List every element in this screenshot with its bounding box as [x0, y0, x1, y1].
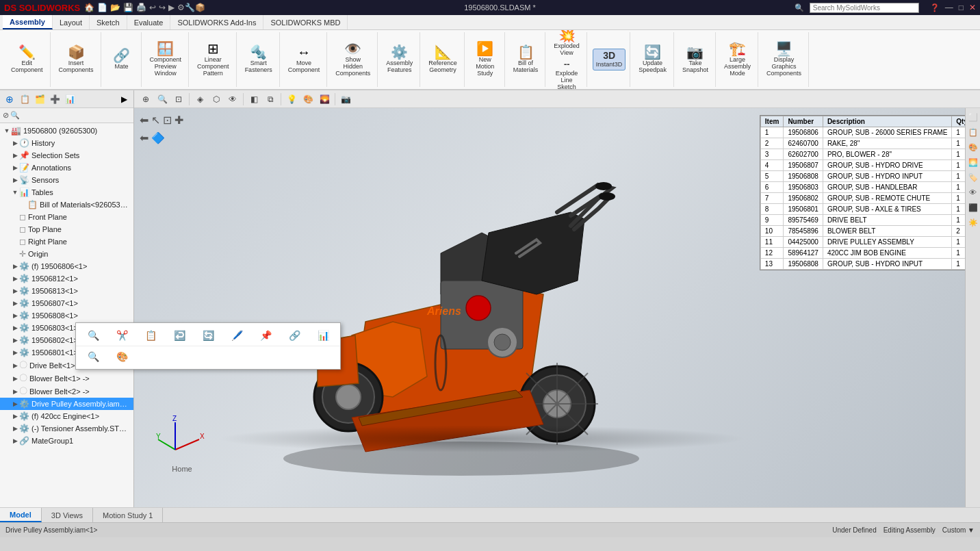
- redo-btn[interactable]: ↪: [159, 3, 166, 12]
- tab-assembly[interactable]: Assembly: [3, 15, 53, 29]
- bom-row-9[interactable]: 9 89575469 DRIVE BELT 1: [760, 215, 972, 226]
- ctx-zoom-btn[interactable]: 🔍: [80, 328, 106, 343]
- arrow-btn[interactable]: ▶: [168, 3, 175, 12]
- view-fit-btn[interactable]: ⊡: [171, 92, 186, 107]
- blower-belt1-expander[interactable]: ▶: [11, 374, 19, 383]
- feature-manager-btn[interactable]: ⊕: [3, 92, 16, 106]
- view-render-btn[interactable]: 🎨: [300, 92, 315, 107]
- component-preview-btn[interactable]: 🪟 ComponentPreviewWindow: [147, 40, 185, 79]
- ctx-edit-btn[interactable]: 🖊️: [224, 328, 250, 343]
- update-speedpak-btn[interactable]: 🔄 UpdateSpeedpak: [636, 44, 669, 75]
- tree-front-plane[interactable]: ◻ Front Plane: [0, 211, 133, 223]
- mate-btn[interactable]: 🔗 Mate: [107, 47, 137, 72]
- tab-mbd[interactable]: SOLIDWORKS MBD: [263, 15, 348, 29]
- tree-blower-belt2[interactable]: ▶ 〇 Blower Belt<2> ->: [0, 385, 133, 398]
- comp4-expander[interactable]: ▶: [11, 299, 19, 307]
- tree-sensors[interactable]: ▶ 📡 Sensors: [0, 174, 133, 186]
- smart-mode-btn[interactable]: ✚: [175, 114, 183, 127]
- expand-panel-btn[interactable]: ▶: [117, 92, 131, 106]
- home-btn[interactable]: 🏠: [84, 3, 94, 12]
- bom-row-7[interactable]: 7 19506802 GROUP, SUB - REMOTE CHUTE 1: [760, 193, 972, 204]
- tab-evaluate[interactable]: Evaluate: [127, 15, 171, 29]
- show-hidden-btn[interactable]: 👁️ ShowHiddenComponents: [333, 40, 373, 79]
- bom-row-3[interactable]: 3 62602700 PRO, BLOWER - 28" 1: [760, 149, 972, 160]
- view-wireframe-btn[interactable]: ⬡: [209, 92, 224, 107]
- comp8-expander[interactable]: ▶: [11, 348, 19, 357]
- tree-top-plane[interactable]: ◻ Top Plane: [0, 223, 133, 235]
- units-display[interactable]: Custom ▼: [942, 526, 975, 534]
- linear-pattern-btn[interactable]: ⊞ LinearComponentPattern: [194, 40, 232, 79]
- bom-row-4[interactable]: 4 19506807 GROUP, SUB - HYDRO DRIVE 1: [760, 160, 972, 171]
- quick-access-toolbar[interactable]: 🏠 📄 📂 💾 🖨️ ↩ ↪ ▶ ⚙🔧📦: [84, 3, 205, 12]
- tree-drive-pulley[interactable]: ▶ ⚙️ Drive Pulley Assembly.iam<1>: [0, 398, 133, 410]
- bom-row-12[interactable]: 12 58964127 420CC JIM BOB ENGINE 1: [760, 248, 972, 259]
- root-expander[interactable]: ▼: [3, 127, 11, 135]
- large-assembly-btn[interactable]: 🏗️ LargeAssemblyMode: [721, 40, 753, 79]
- origin-expander[interactable]: [11, 250, 19, 258]
- prev-view-btn[interactable]: ⬅: [140, 114, 149, 127]
- ctx-pin-btn[interactable]: 📌: [253, 328, 279, 343]
- decals-btn[interactable]: 🏷️: [967, 171, 979, 183]
- bom-expander[interactable]: [19, 201, 27, 209]
- appearance-btn[interactable]: 🎨: [967, 141, 979, 153]
- view-orient-btn[interactable]: ⊕: [138, 92, 153, 107]
- tables-expander[interactable]: ▼: [11, 188, 19, 196]
- help-btn[interactable]: ❓: [930, 3, 940, 12]
- selection-sets-expander[interactable]: ▶: [11, 151, 19, 159]
- tree-annotations[interactable]: ▶ 📝 Annotations: [0, 162, 133, 174]
- tree-root[interactable]: ▼ 🏭 19506800 (92605300): [0, 125, 133, 137]
- tab-model[interactable]: Model: [0, 508, 42, 522]
- bom-row-1[interactable]: 1 19506806 GROUP, SUB - 26000 SERIES FRA…: [760, 127, 972, 138]
- search-input[interactable]: [810, 3, 919, 13]
- insert-components-btn[interactable]: 📦 InsertComponents: [56, 44, 96, 75]
- comp5-expander[interactable]: ▶: [11, 311, 19, 320]
- minimize-btn[interactable]: —: [945, 3, 953, 12]
- tree-comp3[interactable]: ▶ ⚙️ 19506813<1>: [0, 285, 133, 297]
- bom-row-8[interactable]: 8 19506801 GROUP, SUB - AXLE & TIRES 1: [760, 204, 972, 215]
- bom-row-13[interactable]: 13 19506808 GROUP, SUB - HYDRO INPUT 1: [760, 259, 972, 270]
- select-mode-btn[interactable]: ↖: [151, 114, 160, 127]
- display-manager-btn[interactable]: 📊: [63, 92, 77, 106]
- front-plane-expander[interactable]: [11, 213, 19, 221]
- ambient-btn[interactable]: ☀️: [967, 216, 979, 229]
- tree-right-plane[interactable]: ◻ Right Plane: [0, 235, 133, 248]
- tree-comp5[interactable]: ▶ ⚙️ 19506808<1>: [0, 309, 133, 322]
- mate-group-expander[interactable]: ▶: [11, 437, 19, 445]
- bill-of-materials-btn[interactable]: 📋 Bill ofMaterials: [511, 44, 541, 75]
- ctx-table-btn[interactable]: 📊: [310, 328, 336, 343]
- view-display-btn[interactable]: 📷: [338, 92, 353, 107]
- exploded-view-btn[interactable]: 💥 ExplodedView: [551, 30, 582, 58]
- annotations-expander[interactable]: ▶: [11, 164, 19, 172]
- tree-comp4[interactable]: ▶ ⚙️ 19506807<1>: [0, 297, 133, 309]
- assembly-features-btn[interactable]: ⚙️ AssemblyFeatures: [383, 44, 415, 75]
- reference-geometry-btn[interactable]: 📐 ReferenceGeometry: [426, 44, 460, 75]
- back-view-btn[interactable]: ⬅: [140, 131, 149, 144]
- tree-mate-group[interactable]: ▶ 🔗 MateGroup1: [0, 435, 133, 447]
- tree-tensioner[interactable]: ▶ ⚙️ (-) Tensioner Assembly.STEP<1>: [0, 422, 133, 435]
- ctx-paint-btn[interactable]: 🎨: [109, 349, 135, 364]
- view-section-btn[interactable]: ◧: [246, 92, 261, 107]
- ctx-refresh-btn[interactable]: 🔄: [195, 328, 221, 343]
- ctx-copy-btn[interactable]: 📋: [138, 328, 164, 343]
- print-btn[interactable]: 🖨️: [136, 3, 146, 12]
- view-perspective-btn[interactable]: ⧉: [263, 92, 278, 107]
- tree-comp1[interactable]: ▶ ⚙️ (f) 19506806<1>: [0, 260, 133, 272]
- edit-component-btn[interactable]: ✏️ EditComponent: [8, 44, 46, 75]
- view-scene-btn[interactable]: 🌄: [317, 92, 332, 107]
- tab-layout[interactable]: Layout: [53, 15, 90, 29]
- bom-row-2[interactable]: 2 62460700 RAKE, 28" 1: [760, 138, 972, 149]
- tree-origin[interactable]: ✛ Origin: [0, 248, 133, 260]
- property-manager-btn[interactable]: 📋: [18, 92, 31, 106]
- bom-row-10[interactable]: 10 78545896 BLOWER BELT 2: [760, 226, 972, 237]
- extra-tools[interactable]: ⚙🔧📦: [177, 3, 205, 12]
- display-state-btn[interactable]: 📋: [967, 126, 979, 138]
- ctx-search-btn[interactable]: 🔍: [80, 349, 106, 364]
- comp3-expander[interactable]: ▶: [11, 287, 19, 295]
- search-tree-icon[interactable]: 🔍: [10, 111, 20, 120]
- maximize-btn[interactable]: □: [959, 3, 964, 12]
- comp2-expander[interactable]: ▶: [11, 274, 19, 283]
- tree-engine[interactable]: ▶ ⚙️ (f) 420cc Engine<1>: [0, 410, 133, 422]
- viewport[interactable]: ⬅ ↖ ⊡ ✚ ⬅ 🔷: [134, 108, 980, 507]
- instant3d-btn[interactable]: 3D Instant3D: [593, 49, 626, 71]
- bom-row-11[interactable]: 11 04425000 DRIVE PULLEY ASSEMBLY 1: [760, 237, 972, 248]
